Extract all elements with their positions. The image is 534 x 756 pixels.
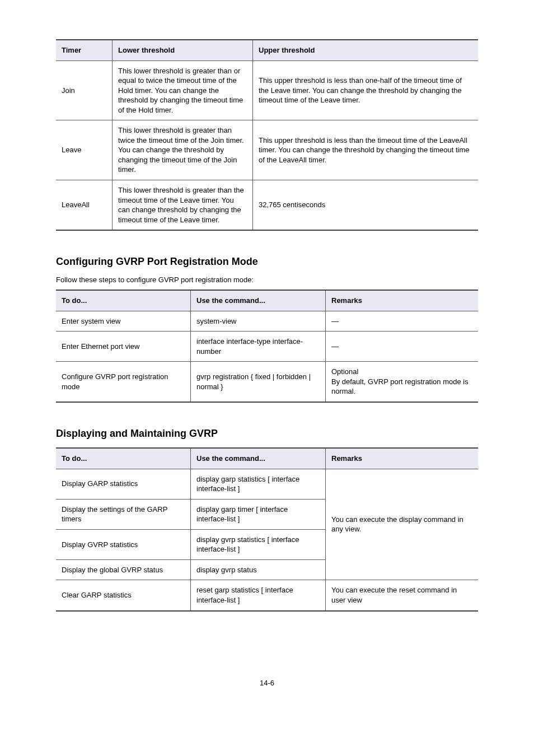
col-command-header: Use the command... (191, 290, 326, 311)
command-cell: gvrp registration { fixed | forbidden | … (191, 362, 326, 402)
command-cell: display garp timer [ interface interface… (191, 499, 326, 529)
registration-table-header-row: To do... Use the command... Remarks (56, 290, 478, 311)
command-text: display gvrp statistics [ interface inte… (196, 535, 299, 554)
col-remarks-header: Remarks (326, 290, 479, 311)
command-cell: display gvrp status (191, 559, 326, 580)
command-cell: system-view (191, 311, 326, 332)
remarks-cell: — (326, 332, 479, 362)
command-text: gvrp registration { fixed | forbidden | … (196, 372, 311, 391)
timer-cell: LeaveAll (56, 180, 113, 231)
command-cell: interface interface-type interface-numbe… (191, 332, 326, 362)
threshold-table: Timer Lower threshold Upper threshold Jo… (56, 39, 478, 231)
remarks-cell-merged: You can execute the display command in a… (326, 469, 479, 580)
table-row: Enter system view system-view — (56, 311, 478, 332)
section-heading-displaying: Displaying and Maintaining GVRP (56, 428, 478, 440)
command-text: display garp timer [ interface interface… (196, 505, 288, 524)
command-cell: display gvrp statistics [ interface inte… (191, 529, 326, 559)
table-row: Enter Ethernet port view interface inter… (56, 332, 478, 362)
todo-cell: Display GARP statistics (56, 469, 191, 499)
col-remarks-header: Remarks (326, 448, 479, 469)
table-row: Display GARP statistics display garp sta… (56, 469, 478, 499)
command-cell: reset garp statistics [ interface interf… (191, 580, 326, 611)
remarks-cell: You can execute the reset command in use… (326, 580, 479, 611)
command-text: system-view (196, 317, 237, 325)
display-maintain-table: To do... Use the command... Remarks Disp… (56, 447, 478, 611)
table-row: Clear GARP statistics reset garp statist… (56, 580, 478, 611)
todo-cell: Configure GVRP port registration mode (56, 362, 191, 402)
command-text: reset garp statistics [ interface interf… (196, 586, 293, 604)
lower-cell: This lower threshold is greater than the… (113, 180, 253, 231)
table-row: Join This lower threshold is greater tha… (56, 60, 478, 120)
table-row: Leave This lower threshold is greater th… (56, 120, 478, 180)
col-command-header: Use the command... (191, 448, 326, 469)
col-todo-header: To do... (56, 290, 191, 311)
table-row: Configure GVRP port registration mode gv… (56, 362, 478, 402)
col-todo-header: To do... (56, 448, 191, 469)
todo-cell: Display GVRP statistics (56, 529, 191, 559)
display-table-header-row: To do... Use the command... Remarks (56, 448, 478, 469)
upper-cell: This upper threshold is less than one-ha… (253, 60, 479, 120)
command-text: display garp statistics [ interface inte… (196, 475, 299, 493)
page-number: 14-6 (56, 679, 478, 687)
registration-mode-table: To do... Use the command... Remarks Ente… (56, 290, 478, 403)
remarks-cell: Optional By default, GVRP port registrat… (326, 362, 479, 402)
upper-cell: 32,765 centiseconds (253, 180, 479, 231)
todo-cell: Enter Ethernet port view (56, 332, 191, 362)
lower-cell: This lower threshold is greater than twi… (113, 120, 253, 180)
command-text: interface interface-type interface-numbe… (196, 337, 303, 356)
section-intro-registration-mode: Follow these steps to configure GVRP por… (56, 276, 478, 284)
command-cell: display garp statistics [ interface inte… (191, 469, 326, 499)
table-row: LeaveAll This lower threshold is greater… (56, 180, 478, 231)
todo-cell: Display the settings of the GARP timers (56, 499, 191, 529)
col-timer-header: Timer (56, 40, 113, 60)
todo-cell: Display the global GVRP status (56, 559, 191, 580)
upper-cell: This upper threshold is less than the ti… (253, 120, 479, 180)
col-lower-header: Lower threshold (113, 40, 253, 60)
command-text: display gvrp status (196, 566, 257, 574)
remarks-cell: — (326, 311, 479, 332)
todo-cell: Clear GARP statistics (56, 580, 191, 611)
lower-cell: This lower threshold is greater than or … (113, 60, 253, 120)
col-upper-header: Upper threshold (253, 40, 479, 60)
threshold-table-header-row: Timer Lower threshold Upper threshold (56, 40, 478, 60)
timer-cell: Leave (56, 120, 113, 180)
section-heading-registration-mode: Configuring GVRP Port Registration Mode (56, 256, 478, 268)
timer-cell: Join (56, 60, 113, 120)
todo-cell: Enter system view (56, 311, 191, 332)
